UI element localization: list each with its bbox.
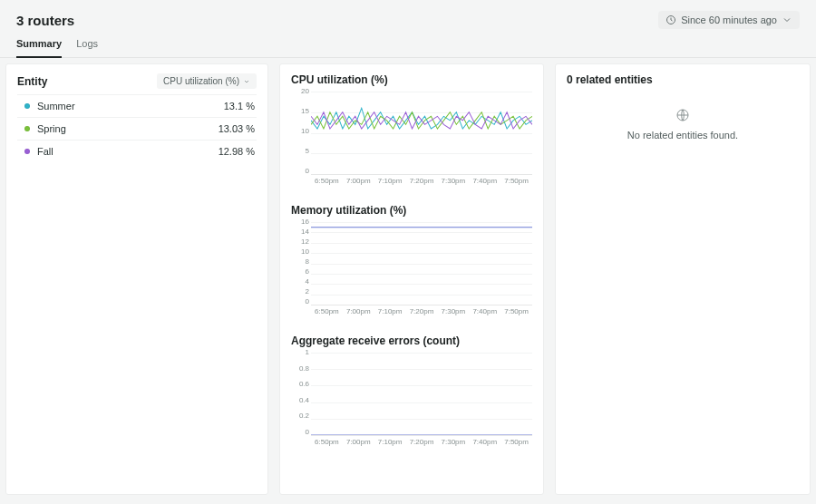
related-entities-title: 0 related entities — [567, 73, 799, 86]
x-tick-label: 7:40pm — [469, 438, 500, 446]
x-tick-label: 7:50pm — [500, 307, 532, 315]
entity-value: 13.03 % — [219, 123, 255, 134]
plot-area — [311, 92, 532, 175]
y-tick-label: 0.8 — [291, 365, 309, 373]
entity-row[interactable]: Fall12.98 % — [17, 140, 257, 162]
x-axis-labels: 6:50pm7:00pm7:10pm7:20pm7:30pm7:40pm7:50… — [311, 305, 532, 315]
x-tick-label: 7:30pm — [437, 307, 469, 315]
x-tick-label: 6:50pm — [311, 177, 343, 185]
entity-row[interactable]: Spring13.03 % — [17, 117, 257, 140]
chart-title: CPU utilization (%) — [291, 73, 532, 86]
y-tick-label: 2 — [291, 288, 309, 296]
chart-frame: 10.80.60.40.206:50pm7:00pm7:10pm7:20pm7:… — [291, 349, 532, 449]
entity-value: 13.1 % — [224, 101, 255, 111]
x-tick-label: 7:50pm — [500, 438, 532, 446]
x-tick-label: 7:50pm — [500, 177, 532, 185]
y-tick-label: 4 — [291, 278, 309, 286]
chart-svg — [311, 222, 532, 305]
y-tick-label: 1 — [291, 349, 309, 356]
x-tick-label: 7:00pm — [343, 177, 374, 185]
time-range-picker[interactable]: Since 60 minutes ago — [658, 11, 800, 29]
chart-block: CPU utilization (%)201510506:50pm7:00pm7… — [291, 73, 532, 188]
x-tick-label: 7:30pm — [437, 177, 469, 185]
page-header: 3 routers Since 60 minutes ago — [0, 0, 816, 29]
x-axis-labels: 6:50pm7:00pm7:10pm7:20pm7:30pm7:40pm7:50… — [311, 175, 532, 185]
entity-name: Summer — [37, 101, 224, 111]
y-tick-label: 0.2 — [291, 412, 309, 420]
y-tick-label: 0.4 — [291, 397, 309, 404]
y-tick-label: 8 — [291, 258, 309, 266]
content-row: Entity CPU utilization (%) Summer13.1 %S… — [0, 58, 816, 500]
entity-value: 12.98 % — [219, 146, 255, 157]
chart-frame: 201510506:50pm7:00pm7:10pm7:20pm7:30pm7:… — [291, 88, 532, 188]
tab-bar: Summary Logs — [0, 29, 816, 58]
y-tick-label: 0 — [291, 298, 309, 305]
chart-svg — [311, 92, 532, 174]
globe-icon — [675, 108, 690, 122]
entity-name: Fall — [37, 146, 219, 157]
y-tick-label: 6 — [291, 268, 309, 276]
entity-panel-title: Entity — [17, 75, 47, 88]
x-tick-label: 7:10pm — [374, 438, 406, 446]
x-tick-label: 7:20pm — [406, 177, 438, 185]
plot-area — [311, 353, 532, 436]
x-tick-label: 7:20pm — [406, 307, 438, 315]
related-entities-empty: No related entities found. — [567, 108, 799, 141]
x-axis-labels: 6:50pm7:00pm7:10pm7:20pm7:30pm7:40pm7:50… — [311, 436, 532, 446]
page-title: 3 routers — [16, 13, 74, 28]
x-tick-label: 7:00pm — [343, 438, 374, 446]
entity-panel: Entity CPU utilization (%) Summer13.1 %S… — [5, 63, 268, 495]
x-tick-label: 7:00pm — [343, 307, 374, 315]
entity-name: Spring — [37, 123, 219, 134]
x-tick-label: 7:40pm — [469, 177, 500, 185]
related-entities-panel: 0 related entities No related entities f… — [555, 63, 811, 495]
y-tick-label: 0 — [291, 429, 309, 436]
y-tick-label: 14 — [291, 228, 309, 236]
chevron-down-icon — [782, 15, 792, 25]
x-tick-label: 6:50pm — [311, 307, 343, 315]
y-tick-label: 5 — [291, 148, 309, 155]
x-tick-label: 7:10pm — [374, 307, 406, 315]
chart-block: Memory utilization (%)16141210864206:50p… — [291, 204, 532, 318]
time-range-label: Since 60 minutes ago — [681, 15, 777, 25]
chart-frame: 16141210864206:50pm7:00pm7:10pm7:20pm7:3… — [291, 218, 532, 318]
x-tick-label: 6:50pm — [311, 438, 343, 446]
tab-logs[interactable]: Logs — [76, 38, 98, 57]
entity-list: Summer13.1 %Spring13.03 %Fall12.98 % — [17, 94, 257, 162]
y-tick-label: 10 — [291, 248, 309, 256]
chart-title: Memory utilization (%) — [291, 204, 532, 217]
y-axis-labels: 1614121086420 — [291, 218, 309, 305]
related-entities-empty-text: No related entities found. — [627, 130, 738, 141]
metric-select-label: CPU utilization (%) — [163, 76, 239, 86]
y-tick-label: 0 — [291, 168, 309, 175]
x-tick-label: 7:30pm — [437, 438, 469, 446]
entity-color-dot — [24, 149, 30, 154]
y-tick-label: 16 — [291, 218, 309, 226]
entity-color-dot — [24, 103, 30, 109]
plot-area — [311, 222, 532, 305]
x-tick-label: 7:20pm — [406, 438, 438, 446]
chart-svg — [311, 353, 532, 435]
chevron-down-icon — [243, 78, 250, 85]
y-tick-label: 10 — [291, 128, 309, 135]
entity-panel-head: Entity CPU utilization (%) — [17, 73, 257, 89]
x-tick-label: 7:10pm — [374, 177, 406, 185]
chart-block: Aggregate receive errors (count)10.80.60… — [291, 334, 532, 449]
y-tick-label: 0.6 — [291, 381, 309, 388]
y-tick-label: 12 — [291, 238, 309, 246]
clock-icon — [665, 15, 676, 25]
charts-panel: CPU utilization (%)201510506:50pm7:00pm7… — [279, 63, 544, 495]
tab-summary[interactable]: Summary — [16, 38, 62, 58]
entity-row[interactable]: Summer13.1 % — [17, 94, 257, 117]
chart-title: Aggregate receive errors (count) — [291, 334, 532, 347]
entity-color-dot — [24, 126, 30, 131]
y-axis-labels: 10.80.60.40.20 — [291, 349, 309, 436]
series-line — [311, 108, 532, 129]
x-tick-label: 7:40pm — [469, 307, 500, 315]
y-tick-label: 15 — [291, 108, 309, 115]
y-axis-labels: 20151050 — [291, 88, 309, 175]
y-tick-label: 20 — [291, 88, 309, 95]
metric-select[interactable]: CPU utilization (%) — [157, 73, 257, 89]
